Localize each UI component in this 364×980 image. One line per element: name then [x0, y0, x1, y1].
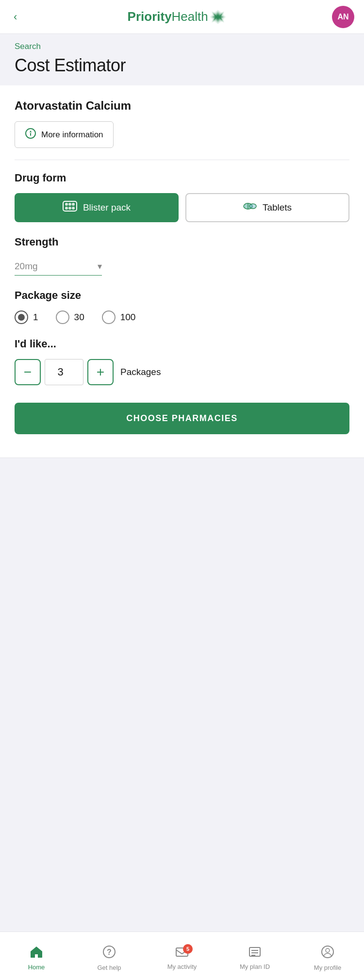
bottom-navigation: Home ? Get help 5 My activity — [0, 931, 364, 980]
nav-item-profile[interactable]: My profile — [291, 932, 364, 980]
tablets-button[interactable]: Tablets — [185, 193, 349, 222]
nav-home-label: Home — [28, 964, 45, 971]
tablets-label: Tablets — [263, 202, 292, 213]
strength-label: Strength — [15, 236, 349, 248]
radio-100-circle — [102, 310, 116, 324]
plan-icon — [248, 946, 262, 961]
help-icon: ? — [102, 945, 116, 962]
page-title: Cost Estimator — [15, 55, 349, 76]
package-size-100[interactable]: 100 — [102, 310, 136, 324]
profile-icon — [321, 945, 334, 962]
package-size-label: Package size — [15, 289, 349, 302]
radio-1-label: 1 — [33, 312, 38, 323]
svg-point-8 — [65, 203, 68, 206]
package-size-30[interactable]: 30 — [56, 310, 84, 324]
id-like-section: I'd like... − + Packages — [15, 338, 349, 385]
drug-form-section: Drug form Blister pack — [15, 172, 349, 222]
radio-30-label: 30 — [74, 312, 84, 323]
svg-marker-3 — [214, 15, 222, 19]
svg-point-27 — [326, 948, 330, 952]
nav-plan-label: My plan ID — [240, 963, 270, 970]
logo-bold: Priority — [128, 9, 172, 24]
quantity-input[interactable] — [45, 359, 83, 385]
quantity-row: − + Packages — [15, 359, 349, 385]
svg-point-10 — [72, 203, 75, 206]
svg-point-5 — [30, 131, 32, 132]
nav-item-activity[interactable]: 5 My activity — [146, 932, 218, 980]
strength-wrapper: 10mg 20mg 40mg 80mg ▾ — [15, 257, 102, 276]
drug-name: Atorvastatin Calcium — [15, 99, 349, 113]
blister-pack-icon — [63, 201, 77, 214]
svg-point-11 — [65, 207, 68, 210]
back-button[interactable]: ‹ — [10, 7, 21, 27]
more-info-button[interactable]: More information — [15, 121, 114, 148]
drug-form-label: Drug form — [15, 172, 349, 184]
header-section: Search Cost Estimator — [0, 34, 364, 85]
logo-icon — [210, 9, 226, 25]
activity-badge: 5 — [183, 944, 193, 954]
home-icon — [30, 946, 43, 962]
svg-point-13 — [72, 207, 75, 210]
logo-light: Health — [172, 9, 208, 24]
nav-item-help[interactable]: ? Get help — [73, 932, 146, 980]
top-navigation: ‹ Priority Health AN — [0, 0, 364, 34]
drug-form-options: Blister pack Tablets — [15, 193, 349, 222]
package-size-section: Package size 1 30 100 — [15, 289, 349, 324]
nav-activity-label: My activity — [167, 963, 197, 970]
quantity-plus-button[interactable]: + — [87, 359, 114, 385]
nav-item-plan[interactable]: My plan ID — [218, 932, 291, 980]
content-card: Atorvastatin Calcium More information Dr… — [0, 85, 364, 457]
quantity-unit-label: Packages — [120, 367, 161, 377]
tablets-icon — [243, 201, 257, 214]
radio-30-circle — [56, 310, 69, 324]
svg-text:?: ? — [107, 948, 112, 956]
gray-area — [0, 457, 364, 749]
blister-pack-label: Blister pack — [83, 202, 131, 213]
more-info-label: More information — [41, 130, 103, 140]
nav-item-home[interactable]: Home — [0, 932, 73, 980]
nav-profile-label: My profile — [314, 964, 341, 971]
package-size-1[interactable]: 1 — [15, 310, 38, 324]
radio-1-circle — [15, 310, 28, 324]
strength-select[interactable]: 10mg 20mg 40mg 80mg — [15, 257, 102, 276]
strength-section: Strength 10mg 20mg 40mg 80mg ▾ — [15, 236, 349, 276]
activity-badge-wrapper: 5 — [175, 946, 189, 961]
choose-pharmacies-button[interactable]: CHOOSE PHARMACIES — [15, 403, 349, 434]
svg-point-9 — [68, 203, 71, 206]
info-icon — [25, 128, 36, 142]
logo: Priority Health — [128, 9, 226, 25]
package-size-options: 1 30 100 — [15, 310, 349, 324]
svg-point-12 — [68, 207, 71, 210]
radio-100-label: 100 — [120, 312, 136, 323]
svg-rect-6 — [30, 133, 31, 136]
divider — [15, 160, 349, 160]
blister-pack-button[interactable]: Blister pack — [15, 193, 179, 222]
quantity-minus-button[interactable]: − — [15, 359, 41, 385]
search-link[interactable]: Search — [15, 42, 349, 51]
id-like-label: I'd like... — [15, 338, 349, 350]
avatar[interactable]: AN — [332, 6, 354, 28]
nav-help-label: Get help — [97, 964, 121, 971]
